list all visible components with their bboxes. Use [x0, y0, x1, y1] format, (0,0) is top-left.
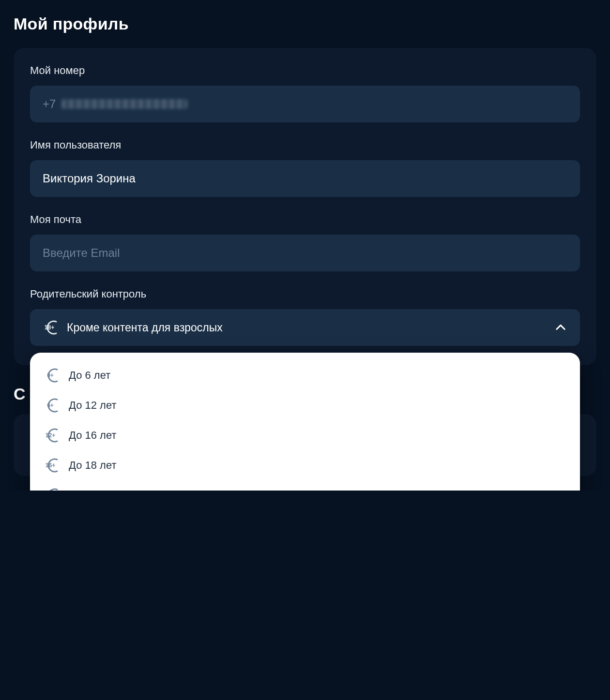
- profile-card: Мой номер +7 Имя пользователя Моя почта …: [14, 48, 596, 365]
- age-rating-icon: 0+: [44, 368, 60, 383]
- svg-text:16+: 16+: [46, 462, 55, 469]
- parental-select-wrap: 18+ Кроме контента для взрослых 0+До 6 л…: [30, 309, 580, 346]
- parental-select[interactable]: 18+ Кроме контента для взрослых: [30, 309, 580, 346]
- parental-option-label: До 18 лет: [69, 459, 117, 472]
- parental-option-label: До 16 лет: [69, 429, 117, 442]
- username-label: Имя пользователя: [30, 139, 580, 151]
- svg-text:18+: 18+: [45, 324, 54, 331]
- svg-text:6+: 6+: [47, 402, 54, 409]
- parental-option[interactable]: 18+Кроме контента для взрослых: [30, 480, 580, 491]
- page-title: Мой профиль: [14, 15, 596, 33]
- parental-option[interactable]: 6+До 12 лет: [30, 390, 580, 420]
- age-rating-icon: 16+: [44, 458, 60, 473]
- parental-option-label: До 6 лет: [69, 369, 110, 382]
- parental-select-label: Кроме контента для взрослых: [67, 321, 546, 334]
- email-label: Моя почта: [30, 213, 580, 226]
- parental-option[interactable]: 0+До 6 лет: [30, 360, 580, 390]
- age-rating-icon: 18+: [43, 320, 59, 335]
- parental-option-label: До 12 лет: [69, 399, 117, 412]
- parental-dropdown: 0+До 6 лет6+До 12 лет12+До 16 лет16+До 1…: [30, 353, 580, 491]
- parental-group: Родительский контроль 18+ Кроме контента…: [30, 288, 580, 346]
- phone-group: Мой номер +7: [30, 64, 580, 122]
- parental-option-label: Кроме контента для взрослых: [69, 489, 218, 491]
- parental-option[interactable]: 12+До 16 лет: [30, 420, 580, 450]
- email-field[interactable]: [30, 235, 580, 271]
- age-rating-icon: 18+: [44, 488, 60, 491]
- parental-label: Родительский контроль: [30, 288, 580, 300]
- username-field[interactable]: [30, 160, 580, 197]
- age-rating-icon: 6+: [44, 398, 60, 413]
- email-group: Моя почта: [30, 213, 580, 271]
- phone-field[interactable]: +7: [30, 86, 580, 122]
- parental-option[interactable]: 16+До 18 лет: [30, 450, 580, 480]
- svg-text:0+: 0+: [47, 372, 54, 379]
- phone-value-masked: [61, 99, 187, 109]
- svg-text:12+: 12+: [46, 432, 55, 439]
- age-rating-icon: 12+: [44, 428, 60, 443]
- chevron-up-icon: [554, 321, 567, 334]
- phone-label: Мой номер: [30, 64, 580, 77]
- phone-prefix: +7: [43, 97, 56, 111]
- username-group: Имя пользователя: [30, 139, 580, 197]
